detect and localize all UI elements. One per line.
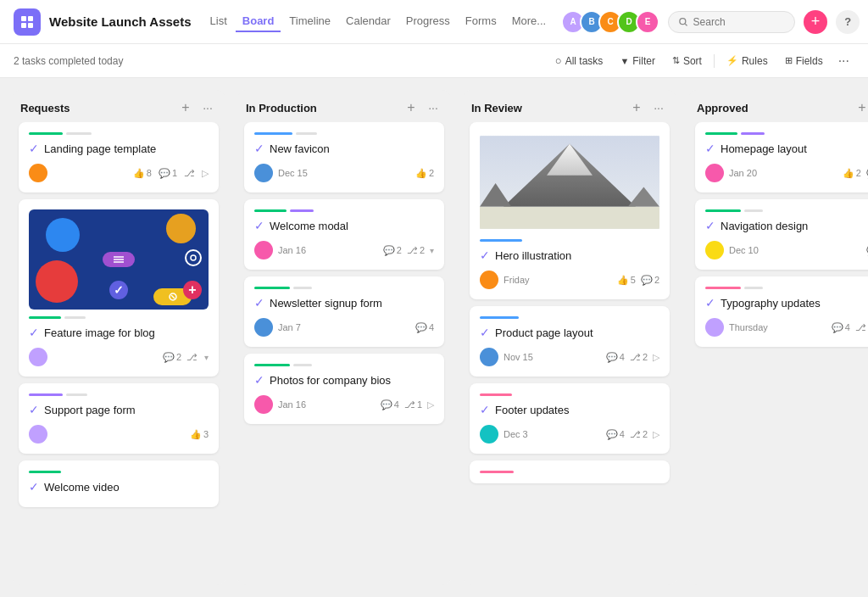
column-menu-review[interactable]: ···: [649, 98, 668, 117]
card-title-product: ✓ Product page layout: [480, 326, 659, 339]
comments-count: 💬 1: [159, 168, 177, 179]
add-card-production[interactable]: +: [402, 98, 420, 117]
svg-line-7: [171, 295, 175, 298]
card-footer-support: 👍3: [29, 425, 209, 444]
card-new-favicon: ✓ New favicon Dec 15 👍2: [244, 122, 444, 192]
column-in-review: In Review + ···: [463, 90, 676, 585]
svg-point-4: [680, 18, 686, 24]
filter-btn[interactable]: ▼ Filter: [613, 52, 662, 70]
nav-forms[interactable]: Forms: [459, 11, 504, 32]
column-title-approved: Approved: [697, 102, 849, 114]
card-footer-modal: Jan 16 💬2 ⎇2 ▾: [254, 241, 434, 259]
filter-icon: ▼: [620, 56, 629, 66]
more-options-btn[interactable]: ···: [833, 50, 854, 72]
card-avatar: [29, 164, 47, 182]
sort-icon: ⇅: [672, 55, 680, 66]
column-cards-requests: ✓ Landing page template 👍 8 💬 1: [12, 122, 225, 514]
card-footer-updates: ✓ Footer updates Dec 3 💬4 ⎇2 ▷: [470, 383, 670, 454]
card-footer-navigation: Dec 10 💬3: [705, 241, 868, 259]
add-card-approved[interactable]: +: [853, 98, 868, 117]
top-nav: Website Launch Assets List Board Timelin…: [0, 0, 868, 44]
column-approved: Approved + ··· ✓ Homepage layout Jan 20: [688, 90, 868, 585]
card-avatar-feature: [29, 348, 47, 366]
tasks-completed: 2 tasks completed today: [14, 55, 123, 67]
expand-icon[interactable]: ▷: [202, 168, 209, 179]
card-newsletter: ✓ Newsletter signup form Jan 7 💬4: [244, 276, 444, 347]
card-title-navigation: ✓ Navigation design: [705, 219, 868, 232]
nav-timeline[interactable]: Timeline: [282, 11, 337, 32]
card-welcome-modal: ✓ Welcome modal Jan 16 💬2 ⎇2 ▾: [244, 199, 444, 270]
check-icon: ✓: [29, 142, 39, 155]
column-menu-production[interactable]: ···: [424, 98, 442, 117]
card-partial-review: [470, 460, 670, 483]
card-product-layout: ✓ Product page layout Nov 15 💬4 ⎇2 ▷: [470, 306, 670, 377]
column-menu-requests[interactable]: ···: [198, 98, 217, 117]
card-navigation: ✓ Navigation design Dec 10 💬3: [695, 199, 868, 270]
nav-right: A B C D E + ? U: [561, 10, 868, 34]
card-meta-feature: 💬2 ⎇ ▾: [163, 352, 209, 363]
thumbup-icon: 👍: [133, 168, 145, 179]
card-title-typography: ✓ Typography updates: [705, 296, 868, 310]
add-card-requests[interactable]: +: [176, 98, 195, 117]
nav-calendar[interactable]: Calendar: [339, 11, 398, 32]
dropdown-arrow-feature[interactable]: ▾: [204, 353, 209, 362]
card-title-footer: ✓ Footer updates: [480, 403, 659, 416]
svg-rect-3: [28, 23, 33, 28]
card-feature-image: ✓ + ✓ Feature image for blog: [19, 199, 219, 377]
all-tasks-btn[interactable]: ○ All tasks: [548, 51, 610, 70]
card-title-landing: ✓ Landing page template: [29, 142, 209, 155]
svg-rect-17: [480, 207, 659, 229]
add-card-review[interactable]: +: [627, 98, 646, 117]
card-title-welcome-video: ✓ Welcome video: [29, 480, 209, 494]
likes-count: 👍 8: [133, 168, 152, 179]
card-image-colorful: ✓ +: [29, 209, 209, 310]
column-title-requests: Requests: [20, 102, 173, 114]
column-header-review: In Review + ···: [463, 90, 676, 122]
card-welcome-video: ✓ Welcome video: [19, 460, 219, 507]
column-header-production: In Production + ···: [237, 90, 451, 122]
card-footer-hero: Friday 👍5 💬2: [480, 271, 659, 289]
card-title-favicon: ✓ New favicon: [254, 142, 434, 155]
add-button[interactable]: +: [804, 10, 827, 34]
search-icon: [679, 17, 687, 27]
card-title-photos: ✓ Photos for company bios: [254, 373, 434, 387]
card-footer-typography: Thursday 💬4 ⎇1 ▷: [705, 318, 868, 337]
svg-rect-1: [28, 16, 33, 21]
card-footer-favicon: Dec 15 👍2: [254, 164, 434, 182]
card-footer-homepage: Jan 20 👍2 💬4: [705, 164, 868, 182]
card-support: ✓ Support page form 👍3: [19, 383, 219, 454]
search-input[interactable]: [693, 16, 785, 28]
help-button[interactable]: ?: [836, 10, 860, 34]
column-cards-approved: ✓ Homepage layout Jan 20 👍2 💬4: [688, 122, 868, 354]
sort-btn[interactable]: ⇅ Sort: [665, 52, 709, 70]
app-icon: [14, 8, 41, 36]
card-photos: ✓ Photos for company bios Jan 16 💬4 ⎇1 ▷: [244, 354, 444, 424]
card-footer-feature: 💬2 ⎇ ▾: [29, 348, 209, 366]
fields-btn[interactable]: ⊞ Fields: [778, 52, 830, 70]
nav-more[interactable]: More...: [505, 11, 553, 32]
card-title-hero: ✓ Hero illustration: [480, 248, 659, 262]
rules-btn[interactable]: ⚡ Rules: [720, 52, 775, 70]
branch-icon: ⎇: [184, 168, 195, 179]
card-footer-product: Nov 15 💬4 ⎇2 ▷: [480, 348, 659, 366]
nav-board[interactable]: Board: [236, 11, 281, 32]
circle-icon: ○: [555, 54, 562, 67]
avatar-5[interactable]: E: [636, 10, 659, 34]
card-homepage: ✓ Homepage layout Jan 20 👍2 💬4: [695, 122, 868, 192]
card-title-support: ✓ Support page form: [29, 403, 209, 416]
column-cards-production: ✓ New favicon Dec 15 👍2 ✓: [237, 122, 451, 431]
card-footer-photos: Jan 16 💬4 ⎇1 ▷: [254, 395, 434, 414]
svg-rect-2: [21, 23, 26, 28]
nav-list[interactable]: List: [203, 11, 234, 32]
column-header-approved: Approved + ···: [688, 90, 868, 122]
card-footer: 👍 8 💬 1 ⎇ ▷: [29, 164, 209, 182]
card-title-modal: ✓ Welcome modal: [254, 219, 434, 232]
column-in-production: In Production + ··· ✓ New favicon Dec 15: [237, 90, 451, 585]
svg-point-11: [191, 255, 196, 260]
card-typography: ✓ Typography updates Thursday 💬4 ⎇1 ▷: [695, 276, 868, 347]
board: Requests + ··· ✓ Landing page template: [0, 78, 868, 597]
svg-line-5: [685, 24, 687, 25]
nav-progress[interactable]: Progress: [399, 11, 457, 32]
search-bar[interactable]: [668, 11, 795, 33]
column-requests: Requests + ··· ✓ Landing page template: [12, 90, 225, 585]
